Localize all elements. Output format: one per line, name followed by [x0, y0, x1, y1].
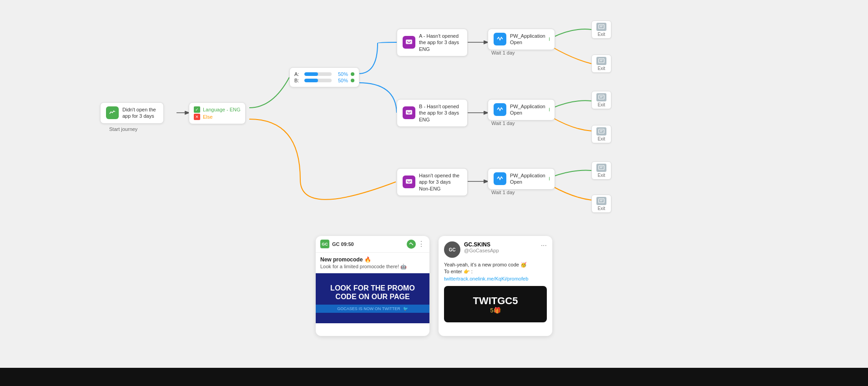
black-bar	[0, 368, 868, 386]
twitter-avatar: GC	[444, 241, 460, 258]
pw-b-label: PW_Application Open	[510, 103, 545, 116]
bottom-section: GC GC 09:50 ⋮ New promocode 🔥 Look for a…	[0, 227, 868, 386]
split-a-bar	[304, 72, 332, 76]
exit-b-bottom-icon	[596, 127, 606, 135]
pw-b-icon	[494, 103, 506, 116]
start-node[interactable]: Didn't open the app for 3 days	[100, 102, 164, 124]
msg-b-icon	[403, 106, 415, 119]
svg-rect-6	[406, 179, 412, 184]
exit-else-bottom-label: Exit	[598, 206, 606, 211]
exit-a-top-label: Exit	[598, 32, 606, 37]
twitter-image: TWITGC5 5🎁	[444, 286, 547, 322]
exit-a-bottom-label: Exit	[598, 66, 606, 71]
twitter-code-sub: 5🎁	[490, 307, 500, 314]
split-a-label: A:	[294, 71, 302, 77]
twitter-body: Yeah-yeah, it's a new promo code 🥳 To en…	[444, 261, 547, 282]
split-node[interactable]: A: 50% B: 50%	[289, 67, 359, 87]
brand-bar: GOCASES IS NOW ON TWITTER 🐦	[316, 305, 429, 313]
split-b-bar	[304, 79, 332, 82]
start-icon	[106, 106, 119, 119]
twitter-dots[interactable]: ···	[541, 241, 547, 250]
phone-app-name: GC 09:50	[332, 241, 354, 247]
condition-eng-label: Language - ENG	[203, 107, 241, 112]
pw-b-node[interactable]: PW_Application Open	[488, 99, 555, 120]
cross-icon: ✕	[194, 114, 200, 120]
notif-body: Look for a limited promocode there! 🤖	[320, 264, 425, 270]
twitter-code: TWITGC5	[473, 295, 518, 307]
exit-a-top[interactable]: Exit	[591, 20, 611, 39]
phone-app-icon: GC	[320, 240, 329, 249]
pw-a-label: PW_Application Open	[510, 33, 545, 46]
msg-b-node[interactable]: B - Hasn't opened the app for 3 days ENG	[397, 99, 468, 127]
phone-notification-card: GC GC 09:50 ⋮ New promocode 🔥 Look for a…	[316, 236, 429, 336]
exit-else-top[interactable]: Exit	[591, 161, 611, 180]
twitter-body-2: To enter 👉 :	[444, 268, 547, 275]
exit-b-top-icon	[596, 93, 606, 101]
exit-b-top[interactable]: Exit	[591, 91, 611, 109]
exit-b-bottom[interactable]: Exit	[591, 125, 611, 143]
notif-title: New promocode 🔥	[320, 256, 425, 263]
start-label: Didn't open the app for 3 days	[122, 106, 158, 120]
condition-else-label: Else	[203, 114, 212, 120]
start-journey-label: Start journey	[109, 126, 137, 132]
exit-else-top-label: Exit	[598, 173, 606, 178]
split-a-pct: 50%	[334, 71, 348, 77]
exit-b-top-label: Exit	[598, 102, 606, 107]
twitter-header: GC GC.SKINS @GoCasesApp ···	[444, 241, 547, 258]
split-b-pct: 50%	[334, 78, 348, 83]
exit-a-bottom[interactable]: Exit	[591, 55, 611, 73]
wait-b-label: Wait 1 day	[491, 120, 515, 126]
msg-a-label: A - Hasn't opened the app for 3 days ENG	[419, 33, 460, 52]
twitter-body-1: Yeah-yeah, it's a new promo code 🥳	[444, 261, 547, 268]
msg-a-node[interactable]: A - Hasn't opened the app for 3 days ENG	[397, 29, 468, 56]
notification-block: New promocode 🔥 Look for a limited promo…	[316, 253, 429, 273]
wait-else-label: Wait 1 day	[491, 190, 515, 195]
pw-else-icon	[494, 172, 506, 185]
msg-b-label: B - Hasn't opened the app for 3 days ENG	[419, 103, 460, 123]
exit-b-bottom-label: Exit	[598, 136, 606, 141]
notif-image: LOOK FOR THE PROMO CODE ON OUR PAGE GOCA…	[316, 273, 429, 323]
pw-else-label: PW_Application Open	[510, 172, 545, 185]
brand-text: GOCASES IS NOW ON TWITTER	[337, 306, 400, 311]
exit-a-top-icon	[596, 23, 606, 31]
msg-a-icon	[403, 36, 415, 49]
twitter-handle: @GoCasesApp	[464, 248, 499, 253]
pw-a-icon	[494, 33, 506, 45]
exit-a-bottom-icon	[596, 57, 606, 65]
pw-else-node[interactable]: PW_Application Open	[488, 168, 555, 190]
exit-else-bottom-icon	[596, 197, 606, 205]
wait-a-label: Wait 1 day	[491, 50, 515, 55]
twitter-name: GC.SKINS	[464, 241, 499, 248]
exit-else-top-icon	[596, 164, 606, 172]
check-icon: ✓	[194, 106, 200, 113]
condition-node[interactable]: ✓ Language - ENG ✕ Else	[189, 102, 246, 124]
promo-text: LOOK FOR THE PROMO CODE ON OUR PAGE	[316, 284, 429, 301]
svg-rect-4	[406, 40, 412, 44]
msg-else-icon	[403, 175, 415, 188]
twitter-card: GC GC.SKINS @GoCasesApp ··· Yeah-yeah, i…	[439, 236, 552, 336]
pw-a-node[interactable]: PW_Application Open	[488, 29, 555, 50]
split-b-label: B:	[294, 78, 302, 83]
svg-rect-5	[406, 110, 412, 115]
msg-else-label: Hasn't opened the app for 3 days Non-ENG	[419, 172, 460, 192]
twitter-link[interactable]: twittertrack.onelink.me/KqKi/promofeb	[444, 276, 528, 281]
exit-else-bottom[interactable]: Exit	[591, 195, 611, 213]
msg-else-node[interactable]: Hasn't opened the app for 3 days Non-ENG	[397, 168, 468, 196]
